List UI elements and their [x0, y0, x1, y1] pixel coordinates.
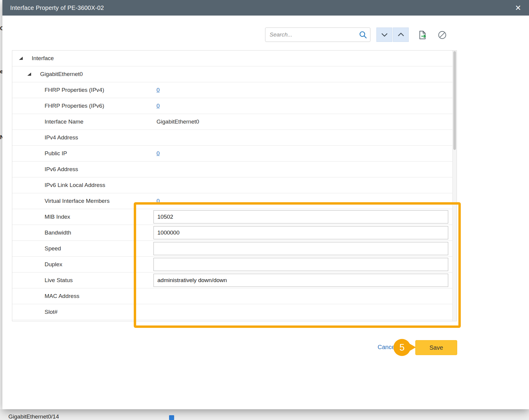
property-label: IPv4 Address — [45, 134, 78, 141]
find-previous-button[interactable] — [393, 28, 409, 42]
collapse-caret-icon[interactable] — [27, 73, 31, 76]
property-value: GigabitEthernet0 — [156, 118, 199, 125]
property-label: MAC Address — [45, 293, 79, 299]
property-label: Interface Name — [45, 118, 83, 125]
table-row-fhrp-ipv4: FHRP Properties (IPv4) 0 — [12, 82, 457, 98]
speed-input[interactable] — [153, 242, 448, 255]
property-value-link[interactable]: 0 — [156, 103, 160, 109]
property-label: Slot# — [45, 309, 57, 315]
table-row-live-status: Live Status — [12, 273, 457, 288]
export-document-icon — [417, 30, 428, 40]
property-value-link[interactable]: 0 — [156, 198, 160, 204]
clear-button[interactable] — [437, 30, 448, 40]
bandwidth-input[interactable] — [153, 226, 448, 239]
duplex-input[interactable] — [153, 258, 448, 271]
property-label: MIB Index — [45, 214, 70, 220]
background-text-fragment: N — [0, 134, 2, 141]
background-checkbox — [169, 415, 174, 420]
group-label: GigabitEthernet0 — [40, 71, 83, 77]
export-button[interactable] — [417, 30, 428, 40]
chevron-up-icon — [398, 33, 404, 37]
cancel-button[interactable]: Cancel — [378, 344, 396, 351]
property-label: Live Status — [45, 277, 73, 284]
background-text-fragment: Ci — [0, 25, 2, 32]
table-row-interface: Interface — [12, 51, 457, 66]
table-row-ipv6-link-local: IPv6 Link Local Address — [12, 177, 457, 193]
table-row-virtual-members: Virtual Interface Members 0 — [12, 193, 457, 209]
property-label: FHRP Properties (IPv6) — [45, 103, 104, 109]
table-row-duplex: Duplex — [12, 257, 457, 273]
circle-slash-icon — [437, 30, 447, 40]
table-row-public-ip: Public IP 0 — [12, 146, 457, 162]
search-box — [265, 28, 370, 42]
dialog-header: Interface Property of PE-3600X-02 ✕ — [2, 0, 529, 16]
property-table: Interface GigabitEthernet0 FHRP Properti… — [12, 50, 457, 321]
table-row-interface-name: Interface Name GigabitEthernet0 — [12, 114, 457, 130]
table-row-slot: Slot# — [12, 304, 457, 320]
dialog-title: Interface Property of PE-3600X-02 — [10, 4, 104, 11]
property-label: Virtual Interface Members — [45, 198, 110, 204]
background-interface-label: GigabitEthernet0/14 — [8, 413, 59, 420]
table-row-gigabitethernet0: GigabitEthernet0 — [12, 66, 457, 82]
chevron-down-icon — [381, 33, 388, 37]
table-row-ipv6-address: IPv6 Address — [12, 162, 457, 177]
table-row-bandwidth: Bandwidth — [12, 225, 457, 241]
table-row-mac-address: MAC Address — [12, 288, 457, 304]
search-input[interactable] — [270, 31, 359, 38]
table-row-ipv4-address: IPv4 Address — [12, 130, 457, 146]
find-next-button[interactable] — [376, 28, 392, 42]
property-label: IPv6 Address — [45, 166, 78, 173]
collapse-caret-icon[interactable] — [19, 57, 23, 60]
table-row-speed: Speed — [12, 241, 457, 257]
scrollbar-thumb[interactable] — [453, 51, 456, 150]
search-nav-buttons — [376, 28, 409, 42]
property-label: FHRP Properties (IPv4) — [45, 87, 104, 93]
live-status-input[interactable] — [153, 274, 448, 287]
property-label: Duplex — [45, 261, 62, 268]
search-icon[interactable] — [359, 31, 367, 39]
table-scrollbar — [452, 51, 457, 321]
save-button[interactable]: Save — [415, 340, 457, 355]
close-icon[interactable]: ✕ — [515, 4, 521, 12]
group-label: Interface — [32, 55, 54, 62]
table-row-mib-index: MIB Index — [12, 209, 457, 225]
table-row-fhrp-ipv6: FHRP Properties (IPv6) 0 — [12, 98, 457, 114]
property-label: IPv6 Link Local Address — [45, 182, 105, 188]
property-label: Public IP — [45, 150, 67, 157]
property-value-link[interactable]: 0 — [156, 150, 160, 157]
mib-index-input[interactable] — [153, 210, 448, 223]
background-text-fragment: e — [0, 68, 2, 75]
background-table-strip: GigabitEthernet0/14 — [0, 409, 529, 420]
property-label: Speed — [45, 245, 61, 252]
interface-property-dialog: Interface Property of PE-3600X-02 ✕ — [2, 0, 529, 409]
property-value-link[interactable]: 0 — [156, 87, 160, 93]
property-label: Bandwidth — [45, 229, 71, 236]
